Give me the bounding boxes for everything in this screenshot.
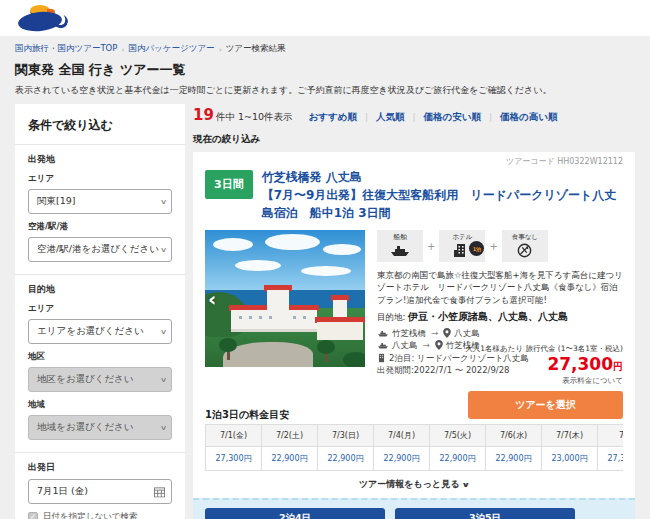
price-date-header: 7/8 <box>598 425 624 447</box>
price-unit: 円 <box>613 361 623 372</box>
tour-title-link[interactable]: 竹芝桟橋発 八丈島 【7月〜9月出発】往復大型客船利用 リードパークリゾート八丈… <box>262 168 623 222</box>
breadcrumb-separator: › <box>219 45 222 54</box>
photo-window <box>239 316 242 319</box>
page-title: 関東発 全国 行き ツアー一覧 <box>15 61 635 79</box>
departure-date-value: 7月1日 (金) <box>37 485 88 498</box>
destination-region-label: 地域 <box>28 399 172 411</box>
date-section-label: 出発日 <box>28 461 172 474</box>
departure-section-label: 出発地 <box>28 153 172 166</box>
transport-icons-row: 船舶 + ホテル <box>377 230 623 262</box>
variant-2n4d[interactable]: 2泊4日 ¥30,700 <box>205 508 385 519</box>
price-cell[interactable]: 23,000円 <box>542 447 598 471</box>
hotel-night-badge: 1泊 <box>469 241 484 256</box>
no-meal-icon <box>516 243 533 258</box>
price-cell[interactable]: 27,300円 <box>206 447 262 471</box>
variant-3n5d[interactable]: 3泊5日 ¥36,000 <box>395 508 575 519</box>
departure-area-value: 関東[19] <box>37 195 76 208</box>
tour-title-line2: 【7月〜9月出発】往復大型客船利用 リードパークリゾート八丈島宿泊 船中1泊 3… <box>262 188 617 220</box>
results-bar: 19 件中 1~10件表示 おすすめ順 | 人気順 | 価格の安い順 | 価格の… <box>193 104 635 124</box>
no-date-checkbox-label: 日付を指定しないで検索 <box>43 511 138 519</box>
results-count: 19 <box>193 106 214 124</box>
destination-region-value: 地域をお選びください <box>37 421 134 434</box>
more-tour-info-link[interactable]: ツアー情報をもっと見る∨ <box>205 471 623 498</box>
photo-palm <box>343 352 365 367</box>
chevron-down-icon: ∨ <box>160 198 167 206</box>
photo-cloud <box>265 234 320 250</box>
filter-title: 条件で絞り込む <box>15 104 185 144</box>
carousel-prev-icon[interactable]: ‹ <box>208 289 216 309</box>
sort-price-desc[interactable]: 価格の高い順 <box>500 111 557 124</box>
photo-cloud <box>301 266 351 276</box>
breadcrumb-link-domestic-top[interactable]: 国内旅行・国内ツアーTOP <box>15 43 117 55</box>
photo-window <box>303 316 306 319</box>
no-date-checkbox-row[interactable]: ✓ 日付を指定しないで検索 <box>28 511 172 519</box>
tour-price: 27,300円 <box>373 354 623 375</box>
page-body: 国内旅行・国内ツアーTOP › 国内パッケージツアー › ツアー検索結果 関東発… <box>0 36 650 519</box>
photo-hotel-building <box>231 310 317 332</box>
price-table: 7/1(金) 7/2(土) 7/3(日) 7/4(月) 7/5(火) 7/6(水… <box>205 424 623 471</box>
no-meal-label: 食事なし <box>502 233 548 242</box>
ship-icon <box>389 243 411 258</box>
tour-photo: ‹ <box>205 230 365 367</box>
tour-card: ツアーコード HH0322W12112 3日間 竹芝桟橋発 八丈島 【7月〜9月… <box>193 152 635 519</box>
breadcrumb-current: ツアー検索結果 <box>226 43 286 55</box>
destination-area-select[interactable]: エリアをお選びください ∨ <box>28 319 172 344</box>
ship-icon <box>377 329 389 338</box>
site-logo[interactable] <box>14 4 72 32</box>
ship-transport-box: 船舶 <box>377 230 423 262</box>
select-tour-button[interactable]: ツアーを選択 <box>468 391 623 419</box>
price-amount: 27,300 <box>547 354 613 374</box>
photo-cloud <box>213 238 253 251</box>
hotel-transport-box: ホテル 1泊 <box>439 230 485 262</box>
departure-area-select[interactable]: 関東[19] ∨ <box>28 189 172 214</box>
chevron-down-icon: ∨ <box>160 376 167 384</box>
photo-hotel-wing <box>317 322 363 340</box>
sort-separator: | <box>489 112 492 122</box>
sort-separator: | <box>412 112 415 122</box>
departure-area-label: エリア <box>28 173 172 185</box>
price-table-wrap: 7/1(金) 7/2(土) 7/3(日) 7/4(月) 7/5(火) 7/6(水… <box>205 424 623 471</box>
departure-port-select[interactable]: 空港/駅/港をお選びください ∨ <box>28 237 172 262</box>
destination-region-select: 地域をお選びください ∨ <box>28 415 172 440</box>
price-table-header-row: 7/1(金) 7/2(土) 7/3(日) 7/4(月) 7/5(火) 7/6(水… <box>206 425 624 447</box>
destination-area-value: エリアをお選びください <box>37 325 144 338</box>
breadcrumb-link-package-tour[interactable]: 国内パッケージツアー <box>128 43 214 55</box>
price-cell[interactable]: 22,900円 <box>374 447 430 471</box>
destination-district-select: 地区をお選びください ∨ <box>28 367 172 392</box>
price-info-link[interactable]: 表示料金について <box>373 376 623 386</box>
tour-title-row: 3日間 竹芝桟橋発 八丈島 【7月〜9月出発】往復大型客船利用 リードパークリゾ… <box>205 168 623 222</box>
photo-cloud <box>323 244 361 255</box>
photo-cloud <box>235 260 281 271</box>
departure-port-value: 空港/駅/港をお選びください <box>37 243 159 256</box>
price-date-header: 7/3(日) <box>318 425 374 447</box>
sort-recommended[interactable]: おすすめ順 <box>309 111 357 124</box>
departure-section: 出発地 エリア 関東[19] ∨ 空港/駅/港 空港/駅/港をお選びください ∨ <box>15 144 185 274</box>
variant-label: 2泊4日 <box>205 508 385 519</box>
tour-code-value: HH0322W12112 <box>557 157 623 166</box>
itinerary-leg: 竹芝桟橋 → 八丈島 <box>377 327 623 339</box>
sort-popular[interactable]: 人気順 <box>376 111 405 124</box>
variant-label: 3泊5日 <box>395 508 575 519</box>
price-cell[interactable]: 22,900円 <box>486 447 542 471</box>
no-date-checkbox[interactable]: ✓ <box>28 512 38 519</box>
price-date-header: 7/1(金) <box>206 425 262 447</box>
departure-date-input[interactable]: 7月1日 (金) <box>28 479 172 504</box>
ship-label: 船舶 <box>377 233 423 242</box>
price-cell[interactable]: 22,900円 <box>430 447 486 471</box>
more-tour-info-label: ツアー情報をもっと見る <box>359 479 459 489</box>
leg-to: 八丈島 <box>454 327 480 339</box>
duration-badge: 3日間 <box>205 170 253 199</box>
breadcrumb-separator: › <box>121 45 124 54</box>
tour-variants: 2泊4日 ¥30,700 3泊5日 ¥36,000 <box>193 498 635 519</box>
chevron-down-icon: ∨ <box>160 328 167 336</box>
photo-hotel-tower <box>267 290 289 310</box>
calendar-icon <box>154 486 165 497</box>
price-cell[interactable]: 22,900円 <box>262 447 318 471</box>
photo-window <box>259 316 262 319</box>
results-main: 19 件中 1~10件表示 おすすめ順 | 人気順 | 価格の安い順 | 価格の… <box>193 104 635 519</box>
price-cell[interactable]: 22,900円 <box>318 447 374 471</box>
price-block: 大人1名様あたり 旅行代金 (1〜3名1室・税込) 27,300円 表示料金につ… <box>373 344 623 419</box>
sort-price-asc[interactable]: 価格の安い順 <box>423 111 480 124</box>
price-cell[interactable]: 27,300円 <box>598 447 624 471</box>
photo-window <box>293 316 296 319</box>
